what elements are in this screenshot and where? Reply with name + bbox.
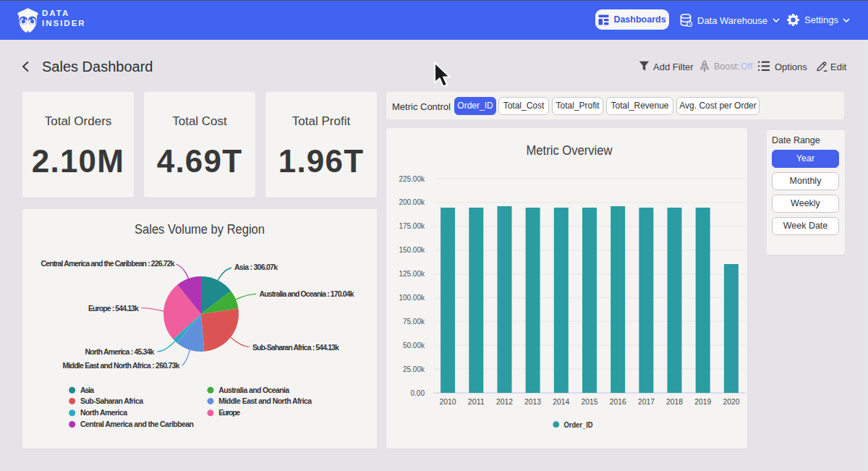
svg-text:75.00k: 75.00k [403,318,425,326]
svg-text:2013: 2013 [524,397,541,406]
svg-text:200.00k: 200.00k [399,198,425,206]
svg-text:175.00k: 175.00k [399,222,425,230]
svg-text:Central America and the Caribb: Central America and the Caribbean [80,420,194,428]
svg-text:Middle East and North Africa :: Middle East and North Africa : 260.73k [62,361,179,370]
svg-text:2016: 2016 [610,397,626,406]
svg-text:Asia : 306.07k: Asia : 306.07k [234,263,278,271]
svg-text:2015: 2015 [582,397,598,406]
svg-text:2017: 2017 [638,397,655,406]
svg-text:100.00k: 100.00k [399,294,425,302]
svg-text:2011: 2011 [468,397,485,406]
svg-text:Sub-Saharan Africa: Sub-Saharan Africa [80,396,143,405]
svg-text:Europe: Europe [218,408,240,417]
svg-text:2010: 2010 [440,397,456,406]
svg-text:Australia and Oceania: Australia and Oceania [218,386,289,394]
svg-text:Central America and the Caribb: Central America and the Caribbean : 226.… [41,259,175,268]
svg-text:Asia: Asia [80,386,94,394]
svg-text:50.00k: 50.00k [403,341,425,349]
svg-text:125.00k: 125.00k [399,270,425,278]
svg-text:2020: 2020 [723,397,739,406]
svg-text:Europe : 544.13k: Europe : 544.13k [88,304,139,313]
svg-text:Middle East and North Africa: Middle East and North Africa [218,396,312,405]
svg-text:North America: North America [80,408,127,417]
svg-text:225.00k: 225.00k [399,175,425,183]
svg-text:2012: 2012 [496,397,513,406]
svg-text:Sub-Saharan Africa : 544.13k: Sub-Saharan Africa : 544.13k [252,343,339,352]
svg-text:0.00: 0.00 [411,389,425,397]
svg-text:25.00k: 25.00k [403,365,425,373]
svg-text:North America : 45.34k: North America : 45.34k [85,347,154,356]
svg-text:2018: 2018 [666,397,683,406]
svg-text:2019: 2019 [694,397,711,406]
svg-text:Australia and Oceania : 170.04: Australia and Oceania : 170.04k [260,289,354,298]
svg-text:2014: 2014 [553,397,570,406]
svg-text:150.00k: 150.00k [399,246,425,254]
svg-text:Sales Volume by Region: Sales Volume by Region [135,222,265,237]
svg-text:Order_ID: Order_ID [564,420,593,429]
svg-text:Metric Overview: Metric Overview [527,143,613,158]
